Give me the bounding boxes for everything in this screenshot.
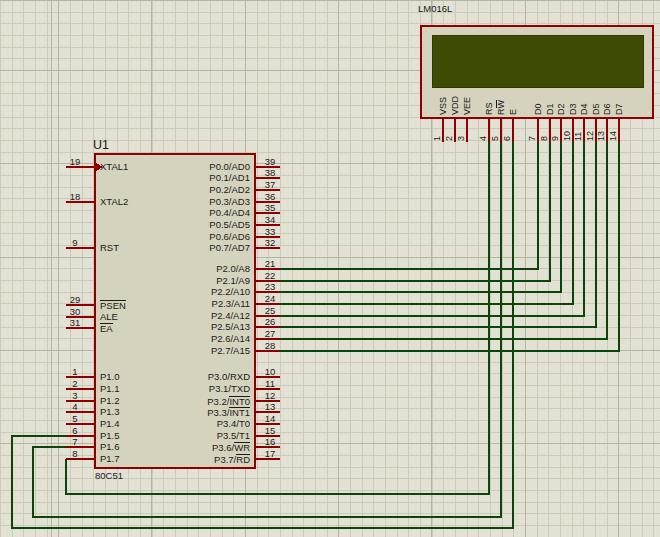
pin-number: 33 [257,227,283,237]
pin-number: 4 [62,402,88,412]
pin-number: 9 [62,238,88,248]
pin-number: 23 [257,282,283,292]
pin-label: P2.5/A13 [211,322,250,332]
pin-label: P2.2/A10 [211,287,250,297]
pin-number: 37 [257,180,283,190]
pin-label: P1.5 [100,431,120,441]
pin-label: P1.6 [100,442,120,452]
pin-label: P3.7/RD [214,454,250,465]
lcd-pin-number: 9 [550,119,560,141]
lcd-pin-number: 12 [585,119,595,141]
wire-d5[interactable] [280,142,596,327]
pin-number: 38 [257,168,283,178]
schematic-canvas: U1 80C51 LM016L XTAL1 XTAL2 RST PSEN ALE… [0,0,660,537]
pin-number: 12 [257,391,283,401]
pin-number: 24 [257,294,283,304]
pin-label: PSEN [100,300,126,311]
pin-label: P1.1 [100,384,120,394]
pin-number: 13 [257,402,283,412]
pin-label: P1.3 [100,407,120,417]
pin-label: P2.4/A12 [211,311,250,321]
pin-label: P1.2 [100,396,120,406]
lcd-pin-label: D7 [614,85,624,115]
pin-number: 27 [257,329,283,339]
lcd-pin-number: 2 [444,119,454,141]
pin-number: 17 [257,449,283,459]
lcd-pin-number: 3 [456,119,466,141]
pin-label: P0.4/AD4 [209,208,250,218]
pin-label: P0.3/AD3 [209,197,250,207]
pin-number: 10 [257,367,283,377]
pin-label: P0.6/AD6 [209,232,250,242]
pin-label: ALE [100,312,118,322]
lcd-screen [432,35,643,87]
pin-number: 29 [62,295,88,305]
wire-d6[interactable] [280,142,607,339]
pin-label: P2.0/A8 [216,264,250,274]
wire-d0[interactable] [280,142,538,269]
lcd-pin-number: 14 [608,119,618,141]
pin-number: 11 [257,379,283,389]
wire-d1[interactable] [280,142,550,281]
pin-label: P0.0/AD0 [209,162,250,172]
lcd-pin-number: 1 [432,119,442,141]
pin-label: P2.6/A14 [211,334,250,344]
pin-label: P3.4/T0 [217,419,250,429]
pin-label: EA [100,323,113,334]
lcd-pin-number: 7 [527,119,537,141]
pin-label: P2.7/A15 [211,346,250,356]
lcd-pin-number: 5 [490,119,500,141]
pin-label: P1.0 [100,372,120,382]
pin-number: 31 [62,318,88,328]
lcd-pin-label: RW [496,85,506,115]
pin-label: P3.0/RXD [208,372,250,382]
lcd-pin-label: VDD [450,85,460,115]
lcd-pin-label: D1 [545,85,555,115]
lcd-part-name: LM016L [418,4,452,14]
pin-label: XTAL2 [100,197,128,207]
lcd-pin-number: 10 [562,119,572,141]
wire-d3[interactable] [280,142,573,304]
pin-number: 39 [257,157,283,167]
pin-label: P3.3/INT1 [207,407,250,418]
pin-number: 6 [62,426,88,436]
lcd-pin-label: E [508,85,518,115]
pin-number: 18 [62,192,88,202]
u1-part-name: 80C51 [95,471,123,481]
lcd-pin-label: D5 [591,85,601,115]
pin-label: XTAL1 [100,162,128,172]
pin-number: 7 [62,437,88,447]
lcd-pin-number: 4 [478,119,488,141]
pin-label: RST [100,243,119,253]
pin-number: 1 [62,367,88,377]
pin-label: P3.1/TXD [209,384,250,394]
pin-label: P2.3/A11 [212,299,250,309]
lcd-pin-label: D3 [568,85,578,115]
pin-number: 25 [257,306,283,316]
pin-number: 36 [257,192,283,202]
pin-label: P3.2/INT0 [207,396,250,407]
pin-number: 32 [257,238,283,248]
pin-label: P0.2/AD2 [209,185,250,195]
lcd-pin-label: D2 [556,85,566,115]
lcd-pin-label: VSS [438,85,448,115]
lcd-pin-label: VEE [462,85,472,115]
pin-number: 5 [62,414,88,424]
pin-number: 21 [257,259,283,269]
pin-number: 26 [257,317,283,327]
pin-label: P1.7 [100,454,120,464]
pin-number: 34 [257,215,283,225]
pin-number: 28 [257,341,283,351]
pin-number: 16 [257,437,283,447]
wire-d7[interactable] [280,142,619,351]
lcd-pin-number: 11 [573,119,583,141]
lcd-pin-label: D4 [579,85,589,115]
pin-number: 30 [62,307,88,317]
lcd-pin-label: D6 [602,85,612,115]
pin-label: P1.4 [100,419,120,429]
pin-label: P0.5/AD5 [209,220,250,230]
pin-number: 14 [257,414,283,424]
pin-number: 3 [62,391,88,401]
lcd-pin-label: D0 [533,85,543,115]
schematic-graphics [0,0,660,537]
